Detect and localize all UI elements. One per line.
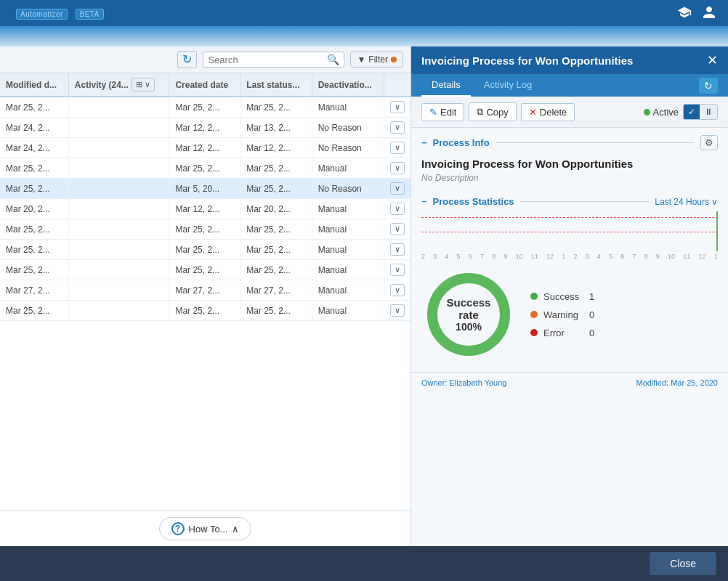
detail-refresh-button[interactable]: ↻ <box>699 78 718 94</box>
row-dropdown[interactable]: ∨ <box>390 223 405 235</box>
app-brand: Automatizer BETA <box>12 7 104 20</box>
stats-section-header: − Process Statistics Last 24 Hours ∨ <box>411 190 728 211</box>
tab-details[interactable]: Details <box>421 74 471 97</box>
timeline-label: 11 <box>683 253 690 260</box>
table-body: Mar 25, 2... Mar 25, 2... Mar 25, 2... M… <box>0 97 410 321</box>
timeline-label: 12 <box>698 253 705 260</box>
timeline-labels: 234567891011121234567891011121 <box>421 253 718 260</box>
column-grid-button[interactable]: ⊞ ∨ <box>132 78 155 92</box>
cell-action: ∨ <box>384 158 411 179</box>
edit-button[interactable]: ✎ Edit <box>421 103 464 121</box>
stat-dot <box>530 329 538 336</box>
detail-footer: Owner: Elizabeth Young Modified: Mar 25,… <box>411 372 728 393</box>
row-dropdown[interactable]: ∨ <box>390 162 405 174</box>
time-range-selector[interactable]: Last 24 Hours ∨ <box>655 197 718 207</box>
table-row[interactable]: Mar 25, 2... Mar 25, 2... Mar 25, 2... M… <box>0 240 410 260</box>
stat-value: 0 <box>589 328 594 338</box>
search-input[interactable] <box>208 54 324 65</box>
row-dropdown[interactable]: ∨ <box>390 142 405 154</box>
row-dropdown[interactable]: ∨ <box>390 203 405 215</box>
row-dropdown[interactable]: ∨ <box>390 304 405 317</box>
toggle-check[interactable]: ✓ <box>684 105 700 119</box>
cell-created: Mar 5, 20... <box>169 179 240 199</box>
copy-button[interactable]: ⧉ Copy <box>469 102 516 121</box>
delete-button[interactable]: ✕ Delete <box>521 103 575 121</box>
process-name: Invoicing Process for Won Opportunities <box>411 155 728 171</box>
detail-close-button[interactable]: ✕ <box>707 54 718 67</box>
timeline-label: 10 <box>516 253 523 260</box>
cell-modified: Mar 25, 2... <box>0 179 68 199</box>
table-row[interactable]: Mar 24, 2... Mar 12, 2... Mar 12, 2... N… <box>0 138 410 158</box>
table-scroll[interactable]: Modified d... Activity (24... ⊞ ∨ Create… <box>0 73 410 514</box>
detail-tabs: Details Activity Log ↻ <box>411 74 728 97</box>
cell-last-status: Mar 27, 2... <box>240 280 312 301</box>
table-row[interactable]: Mar 25, 2... Mar 5, 20... Mar 25, 2... N… <box>0 179 410 199</box>
table-row[interactable]: Mar 20, 2... Mar 12, 2... Mar 20, 2... M… <box>0 199 410 219</box>
sub-header <box>0 26 728 46</box>
close-button[interactable]: Close <box>650 552 716 575</box>
th-created[interactable]: Created date <box>169 73 240 97</box>
cell-created: Mar 25, 2... <box>169 240 240 260</box>
filter-button[interactable]: ▼ Filter <box>350 52 403 68</box>
cell-activity <box>68 179 169 199</box>
table-row[interactable]: Mar 25, 2... Mar 25, 2... Mar 25, 2... M… <box>0 219 410 240</box>
th-deactivation[interactable]: Deactivatio... <box>312 73 384 97</box>
th-activity[interactable]: Activity (24... ⊞ ∨ <box>68 73 169 97</box>
refresh-button[interactable]: ↻ <box>177 51 197 68</box>
user-icon[interactable] <box>702 5 716 22</box>
timeline-label: 7 <box>480 253 484 260</box>
cell-created: Mar 12, 2... <box>169 199 240 219</box>
toggle-group: ✓ ⏸ <box>683 104 718 120</box>
search-icon-button[interactable]: 🔍 <box>327 54 339 65</box>
timeline-label: 5 <box>457 253 461 260</box>
timeline-label: 2 <box>421 253 425 260</box>
gear-button[interactable]: ⚙ <box>700 135 718 150</box>
table-toolbar: ↻ 🔍 ▼ Filter <box>0 46 410 73</box>
cell-last-status: Mar 25, 2... <box>240 240 312 260</box>
cell-action: ∨ <box>384 219 411 240</box>
how-to-button[interactable]: ? How To... ∧ <box>159 517 252 540</box>
timeline-label: 6 <box>620 253 624 260</box>
row-dropdown[interactable]: ∨ <box>390 182 405 195</box>
donut-rate-label: Success rate <box>445 296 493 321</box>
cell-activity <box>68 301 169 321</box>
cell-modified: Mar 24, 2... <box>0 118 68 138</box>
table-row[interactable]: Mar 25, 2... Mar 25, 2... Mar 25, 2... M… <box>0 158 410 179</box>
stat-value: 1 <box>589 291 594 302</box>
tab-activity-log[interactable]: Activity Log <box>474 74 542 97</box>
cell-last-status: Mar 20, 2... <box>240 199 312 219</box>
edit-label: Edit <box>440 107 456 118</box>
table-row[interactable]: Mar 25, 2... Mar 25, 2... Mar 25, 2... M… <box>0 260 410 280</box>
timeline-label: 7 <box>632 253 636 260</box>
footer-modified: Modified: Mar 25, 2020 <box>636 378 718 387</box>
action-bar: ✎ Edit ⧉ Copy ✕ Delete Active ✓ <box>411 97 728 128</box>
cell-last-status: Mar 25, 2... <box>240 179 312 199</box>
app-name: Automatizer BETA <box>12 7 104 20</box>
timeline-label: 3 <box>433 253 437 260</box>
table-row[interactable]: Mar 25, 2... Mar 25, 2... Mar 25, 2... M… <box>0 301 410 321</box>
cell-deactivation: Manual <box>312 219 384 240</box>
toggle-pause[interactable]: ⏸ <box>700 105 717 119</box>
timeline-label: 6 <box>469 253 472 260</box>
timeline-label: 3 <box>586 253 589 260</box>
cell-action: ∨ <box>384 118 411 138</box>
row-dropdown[interactable]: ∨ <box>390 243 405 256</box>
row-dropdown[interactable]: ∨ <box>390 121 405 134</box>
table-row[interactable]: Mar 27, 2... Mar 27, 2... Mar 27, 2... M… <box>0 280 410 301</box>
row-dropdown[interactable]: ∨ <box>390 101 405 113</box>
th-modified[interactable]: Modified d... <box>0 73 68 97</box>
table-row[interactable]: Mar 24, 2... Mar 12, 2... Mar 13, 2... N… <box>0 118 410 138</box>
donut-pct-label: 100% <box>445 321 493 333</box>
stat-name: Warning <box>543 309 583 320</box>
row-dropdown[interactable]: ∨ <box>390 284 405 296</box>
table-row[interactable]: Mar 25, 2... Mar 25, 2... Mar 25, 2... M… <box>0 97 410 118</box>
status-label: Active <box>653 107 679 118</box>
process-info-label: Process Info <box>433 137 490 148</box>
stats-collapse-icon: − <box>421 196 427 207</box>
row-dropdown[interactable]: ∨ <box>390 264 405 276</box>
th-last-status[interactable]: Last status... <box>240 73 312 97</box>
cell-action: ∨ <box>384 138 411 158</box>
stat-dot <box>530 311 538 318</box>
copy-icon: ⧉ <box>477 106 483 118</box>
graduation-icon[interactable] <box>677 5 692 22</box>
